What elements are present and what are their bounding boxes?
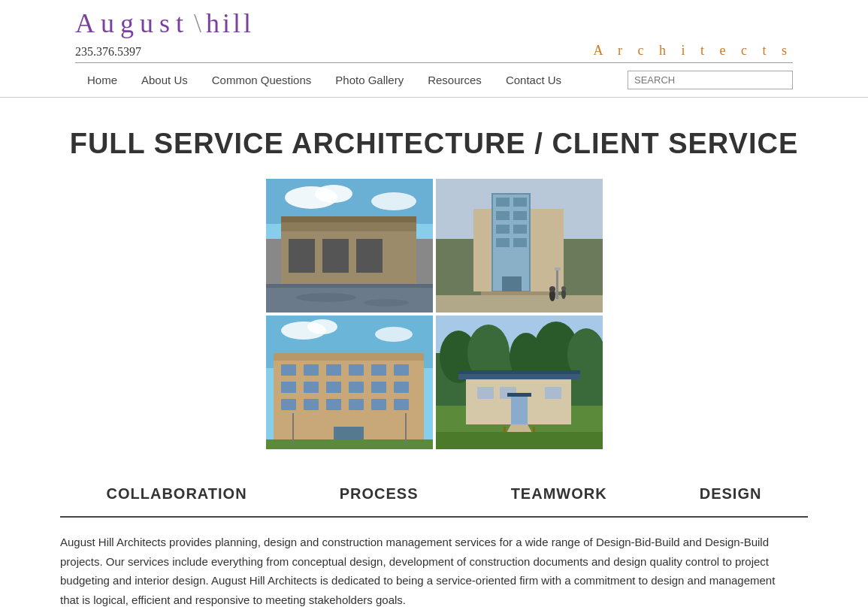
page-title: FULL SERVICE ARCHITECTURE / CLIENT SERVI…: [60, 128, 808, 160]
svg-rect-25: [513, 225, 527, 234]
svg-point-36: [561, 286, 566, 291]
logo-text: August \ hill: [75, 8, 254, 39]
keyword-design: DESIGN: [700, 485, 762, 503]
svg-rect-30: [436, 295, 603, 313]
photo-3: [266, 316, 433, 449]
svg-rect-24: [496, 225, 510, 234]
logo-august: August: [75, 8, 189, 39]
svg-rect-60: [371, 399, 386, 410]
svg-rect-56: [281, 399, 296, 410]
search-input[interactable]: [628, 71, 793, 89]
svg-rect-12: [266, 284, 433, 288]
svg-rect-44: [281, 364, 296, 376]
svg-point-40: [307, 319, 337, 334]
svg-rect-20: [496, 198, 510, 207]
photo-2: [436, 179, 603, 313]
svg-point-13: [296, 293, 356, 302]
photo-1: [266, 179, 433, 313]
svg-point-14: [364, 299, 409, 306]
logo-left: August \ hill 235.376.5397: [75, 8, 254, 59]
keywords-row: COLLABORATION PROCESS TEAMWORK DESIGN: [60, 472, 808, 518]
keyword-collaboration: COLLABORATION: [107, 485, 247, 503]
svg-point-4: [371, 192, 416, 210]
nav-photo-gallery[interactable]: Photo Gallery: [323, 71, 416, 89]
svg-rect-55: [394, 382, 409, 393]
nav-resources[interactable]: Resources: [416, 71, 494, 89]
svg-rect-64: [292, 413, 294, 443]
svg-rect-53: [349, 382, 364, 393]
svg-rect-85: [436, 432, 603, 449]
svg-rect-54: [371, 382, 386, 393]
photo-grid: [266, 179, 603, 449]
svg-rect-65: [405, 413, 407, 443]
svg-rect-50: [281, 382, 296, 393]
svg-rect-27: [513, 238, 527, 247]
svg-rect-21: [513, 198, 527, 207]
svg-rect-47: [349, 364, 364, 376]
svg-rect-59: [349, 399, 364, 410]
svg-rect-31: [556, 269, 558, 299]
svg-rect-26: [496, 238, 510, 247]
svg-rect-58: [326, 399, 341, 410]
photo-4: [436, 316, 603, 449]
svg-point-41: [375, 327, 413, 342]
svg-rect-49: [394, 364, 409, 376]
nav-common-questions[interactable]: Common Questions: [200, 71, 324, 89]
logo-slash: \: [194, 8, 201, 39]
svg-rect-9: [356, 239, 383, 273]
svg-point-34: [549, 286, 555, 292]
keyword-teamwork: TEAMWORK: [511, 485, 607, 503]
header: August \ hill 235.376.5397 A r c h i t e…: [0, 0, 868, 63]
logo-hill: hill: [206, 8, 254, 39]
svg-rect-52: [326, 382, 341, 393]
svg-rect-28: [502, 276, 522, 291]
nav-home[interactable]: Home: [75, 71, 129, 89]
logo-area: August \ hill 235.376.5397 A r c h i t e…: [75, 8, 793, 63]
svg-rect-79: [545, 387, 561, 399]
phone-number: 235.376.5397: [75, 39, 254, 59]
svg-rect-61: [394, 399, 409, 410]
architects-tagline: A r c h i t e c t s: [594, 43, 793, 59]
navigation: Home About Us Common Questions Photo Gal…: [0, 63, 868, 98]
svg-rect-7: [289, 239, 315, 273]
svg-rect-8: [322, 239, 349, 273]
svg-rect-80: [511, 397, 528, 424]
svg-rect-76: [458, 370, 580, 374]
nav-about-us[interactable]: About Us: [129, 71, 200, 89]
company-description: August Hill Architects provides planning…: [60, 533, 782, 609]
svg-rect-63: [266, 439, 433, 449]
svg-point-3: [315, 185, 352, 203]
keyword-process: PROCESS: [340, 485, 419, 503]
svg-rect-46: [326, 364, 341, 376]
svg-rect-32: [555, 267, 561, 270]
svg-rect-45: [304, 364, 319, 376]
nav-contact-us[interactable]: Contact Us: [494, 71, 573, 89]
svg-rect-77: [477, 387, 494, 399]
svg-rect-23: [513, 211, 527, 220]
svg-rect-51: [304, 382, 319, 393]
main-content: FULL SERVICE ARCHITECTURE / CLIENT SERVI…: [0, 98, 868, 616]
svg-rect-48: [371, 364, 386, 376]
svg-rect-43: [274, 353, 424, 361]
svg-rect-81: [507, 393, 531, 397]
svg-rect-22: [496, 211, 510, 220]
svg-rect-57: [304, 399, 319, 410]
svg-rect-10: [281, 216, 416, 222]
